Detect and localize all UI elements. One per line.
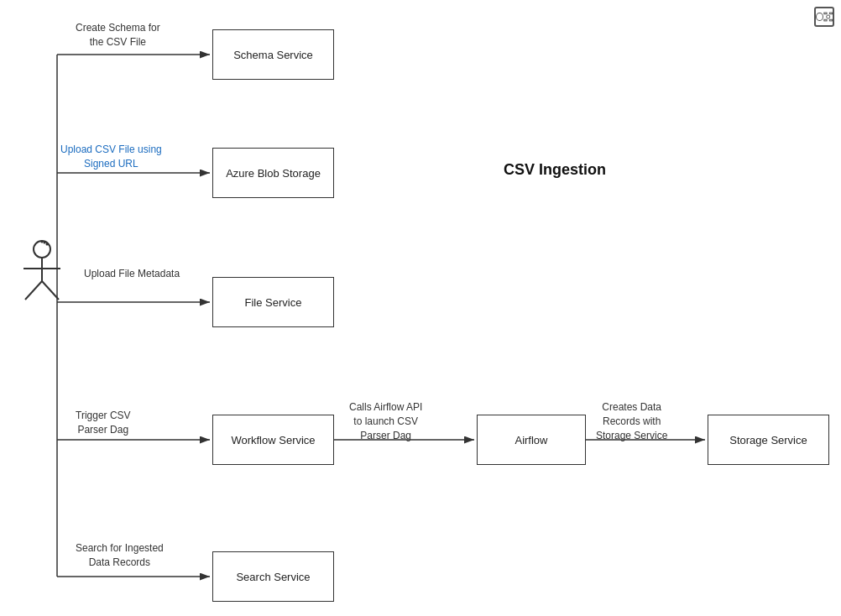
lbl-airflow-api: Calls Airflow API to launch CSV Parser D… — [349, 400, 422, 442]
lbl-upload-csv: Upload CSV File using Signed URL — [60, 143, 162, 171]
focus-icon[interactable] — [814, 7, 834, 27]
lbl-search: Search for Ingested Data Records — [76, 541, 164, 570]
diagram-title: CSV Ingestion — [504, 161, 606, 179]
svg-point-20 — [44, 242, 46, 244]
storage-service: Storage Service — [708, 415, 829, 465]
svg-line-17 — [25, 281, 42, 300]
svg-point-4 — [826, 15, 829, 18]
svg-rect-2 — [823, 19, 826, 21]
schema-service: Schema Service — [212, 29, 334, 80]
file-service: File Service — [212, 277, 334, 327]
lbl-schema: Create Schema for the CSV File — [76, 21, 160, 50]
svg-rect-0 — [823, 13, 826, 14]
lbl-creates: Creates Data Records with Storage Servic… — [596, 400, 667, 442]
airflow: Airflow — [477, 415, 586, 465]
svg-point-21 — [46, 243, 49, 246]
lbl-file-meta: Upload File Metadata — [84, 267, 180, 281]
diagram-container: CSV Ingestion Schema ServiceAzure Blob S… — [0, 0, 841, 616]
svg-rect-3 — [829, 19, 832, 21]
svg-line-18 — [42, 281, 59, 300]
search-service: Search Service — [212, 551, 334, 602]
person-icon — [17, 239, 67, 306]
svg-point-19 — [41, 241, 44, 243]
svg-rect-1 — [829, 13, 832, 14]
azure-blob: Azure Blob Storage — [212, 148, 334, 198]
lbl-trigger: Trigger CSV Parser Dag — [76, 409, 131, 437]
arrows-svg — [0, 0, 841, 616]
workflow-service: Workflow Service — [212, 415, 334, 465]
